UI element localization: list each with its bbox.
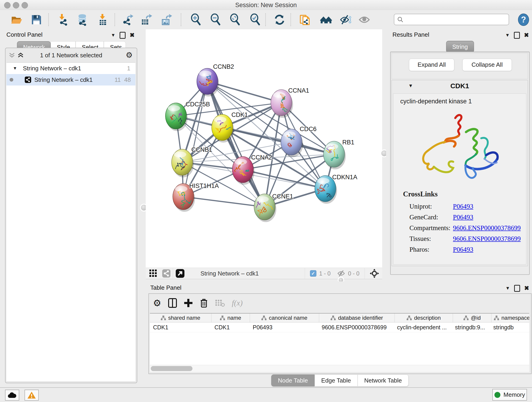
import-network-from-file-button[interactable] [56,13,69,26]
table-options-gear-icon[interactable]: ⚙ [153,298,161,308]
node-CDC6[interactable] [281,129,303,157]
export-image-button[interactable] [160,13,172,26]
panel-close-icon[interactable]: ✖ [524,32,529,39]
import-table-from-file-button[interactable] [96,13,109,26]
crosslink-link[interactable]: 9606.ENSP00000378699 [453,224,521,231]
panel-close-icon[interactable]: ✖ [524,285,529,292]
crosslink-link[interactable]: P06493 [453,203,473,210]
network-share-gray-icon[interactable] [162,269,171,278]
protein-section-header[interactable]: ▼ CDK1 [392,80,528,94]
panel-close-icon[interactable]: ✖ [130,32,135,39]
export-table-button[interactable] [140,13,152,26]
window-title: Session: New Session [0,0,532,10]
network-canvas[interactable]: CCNB2CCNA1CDC25BCDK1CDC6RB1CCNB1CCNA2CDK… [146,29,382,268]
column-header-label: description [414,315,441,321]
table-cell[interactable]: cyclin-dependent ... [394,322,452,332]
column-header-shared-name[interactable]: shared name [150,313,211,322]
column-header-canonical-name[interactable]: canonical name [250,313,319,322]
delete-trash-icon[interactable] [200,298,208,308]
open-session-button[interactable] [10,13,23,26]
node-CDK1[interactable] [212,114,234,143]
show-eye-button[interactable] [358,13,370,26]
network-row[interactable]: String Network – cdk1 11 48 [6,74,135,85]
cloud-status-button[interactable] [5,390,19,401]
column-header-label: database identifier [338,315,383,321]
attribute-type-icon [463,316,469,320]
panel-float-icon[interactable] [514,32,520,39]
table-cell[interactable]: stringdb:9... [452,322,490,332]
attribute-type-icon [494,316,499,320]
add-column-plus-icon[interactable] [184,298,193,307]
crosslink-label: Uniprot: [409,201,453,212]
panel-float-icon[interactable] [120,32,126,39]
tab-edge-table[interactable]: Edge Table [315,375,358,386]
table-cell[interactable]: CDK1 [211,322,249,332]
zoom-out-button[interactable] [210,13,222,26]
column-header-name[interactable]: name [211,313,250,322]
panel-menu-icon[interactable]: ▼ [505,286,510,291]
collapse-all-button[interactable]: Collapse All [462,59,512,71]
hidden-eye-slash-icon[interactable] [337,270,345,277]
expand-all-button[interactable]: Expand All [409,59,454,71]
help-button[interactable]: ? [517,13,530,26]
show-columns-icon[interactable] [168,298,177,308]
save-floppy-icon [31,14,42,26]
table-cell[interactable]: P06493 [249,322,318,332]
crosslink-row: Pharos:P06493 [409,244,521,255]
duplicate-page-button[interactable] [298,13,311,26]
results-panel-buttons: ▼ ✖ [505,32,529,39]
collection-expander-icon[interactable]: ▼ [13,63,17,74]
crosslink-link[interactable]: P06493 [453,246,473,253]
open-in-window-icon[interactable] [175,269,185,278]
node-CCNB2[interactable] [197,68,219,96]
save-session-button[interactable] [30,13,43,26]
table-horizontal-scrollbar[interactable] [150,365,529,372]
network-graph[interactable]: CCNB2CCNA1CDC25BCDK1CDC6RB1CCNB1CCNA2CDK… [146,29,382,268]
import-network-from-database-button[interactable] [76,13,88,26]
table-tabs: Node Table Edge Table Network Table [271,375,409,386]
collection-label: String Network – cdk1 [23,63,81,74]
cloud-icon [7,392,17,398]
column-header-database-identifier[interactable]: database identifier [319,313,395,322]
tab-node-table[interactable]: Node Table [271,375,315,386]
export-table-icon [140,13,152,26]
export-network-button[interactable] [121,13,134,26]
table-row[interactable]: CDK1CDK1P064939606.ENSP00000378699cyclin… [150,322,529,332]
zoom-in-button[interactable] [190,13,202,26]
home-button[interactable] [320,13,332,26]
network-list-options-gear-icon[interactable]: ⚙ [126,51,133,60]
column-header-description[interactable]: description [395,313,453,322]
hide-visual-effects-button[interactable] [339,13,351,26]
crosslink-label: GeneCard: [409,212,453,223]
node-CCNB1[interactable] [171,149,194,177]
crosslink-link[interactable]: P06493 [453,213,473,221]
application-window: Session: New Session [0,0,532,402]
search-input[interactable] [406,15,506,24]
scrollbar-thumb[interactable] [151,366,192,371]
warnings-button[interactable] [25,390,39,401]
column-header-namespace[interactable]: namespace [491,313,529,322]
panel-float-icon[interactable] [514,285,520,292]
column-header--id[interactable]: @id [453,313,491,322]
panel-menu-icon[interactable]: ▼ [505,32,510,38]
memory-button[interactable]: Memory [492,389,527,401]
network-collection-row[interactable]: ▼ String Network – cdk1 1 [6,63,135,74]
zoom-fit-button[interactable] [229,13,241,26]
zoom-selected-button[interactable] [249,13,262,26]
tab-string[interactable]: String [446,41,474,53]
network-view-title: String Network – cdk1 [201,270,259,277]
edge-CCNB2-HIST1H1A[interactable] [183,81,207,197]
refresh-view-button[interactable] [273,13,286,26]
edge-HIST1H1A-CCNE1[interactable] [183,197,265,207]
panel-menu-icon[interactable]: ▼ [111,32,115,38]
fit-selected-crosshair-icon[interactable] [370,269,379,278]
selected-checkbox-icon[interactable]: ✓ [310,270,317,277]
footer-separator [173,268,173,279]
search-box [394,14,509,25]
crosslink-link[interactable]: 9606.ENSP00000378699 [453,235,521,242]
tab-network-table[interactable]: Network Table [358,375,409,386]
table-cell[interactable]: 9606.ENSP00000378699 [318,322,394,332]
table-cell[interactable]: CDK1 [150,322,211,332]
table-cell[interactable]: stringdb [490,322,529,332]
birds-eye-view-icon[interactable] [149,269,157,277]
